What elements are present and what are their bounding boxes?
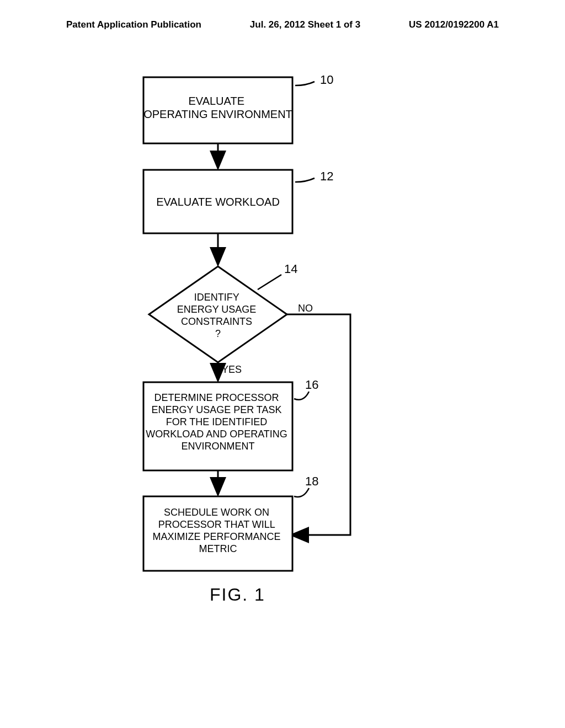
yes-label: YES	[222, 364, 242, 375]
flowchart-diagram: EVALUATE OPERATING ENVIRONMENT 10 EVALUA…	[132, 72, 430, 579]
arrow-14-18-no	[287, 314, 350, 535]
header-right: US 2012/0192200 A1	[409, 19, 499, 30]
label-10: 10	[320, 73, 333, 87]
header-left: Patent Application Publication	[66, 19, 201, 30]
header: Patent Application Publication Jul. 26, …	[0, 0, 565, 41]
box-12-text: EVALUATE WORKLOAD	[156, 196, 280, 208]
flowchart-svg: EVALUATE OPERATING ENVIRONMENT 10 EVALUA…	[132, 72, 430, 579]
callout-14	[258, 275, 281, 290]
label-18: 18	[305, 474, 318, 488]
figure-label: FIG. 1	[210, 585, 265, 605]
callout-10	[295, 82, 315, 85]
label-16: 16	[305, 378, 318, 392]
label-12: 12	[320, 169, 333, 183]
callout-12	[295, 178, 315, 182]
header-center: Jul. 26, 2012 Sheet 1 of 3	[250, 19, 360, 30]
no-label: NO	[298, 303, 313, 314]
callout-16	[294, 392, 309, 400]
callout-18	[294, 488, 309, 497]
label-14: 14	[284, 262, 297, 276]
